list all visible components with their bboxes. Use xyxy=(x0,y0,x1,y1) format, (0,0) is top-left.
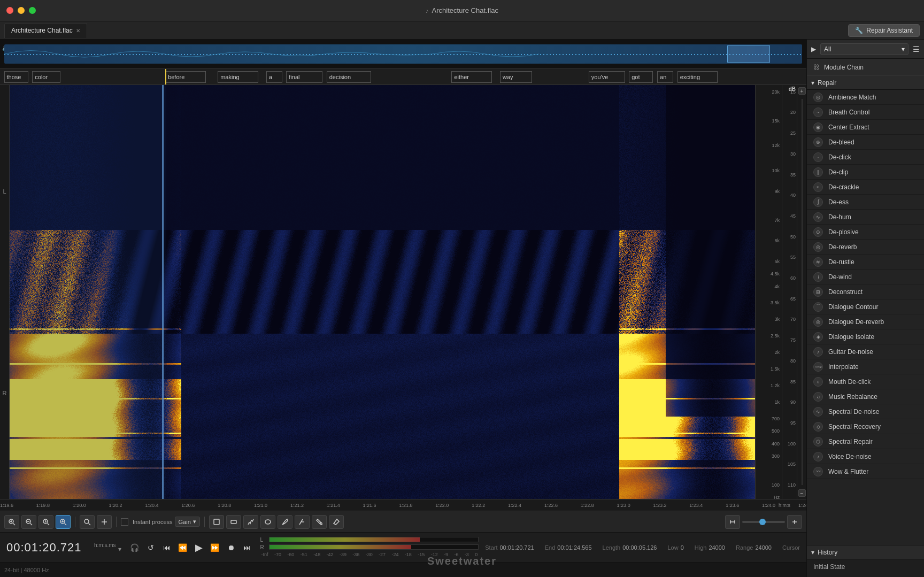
time-tick: 1:23.4 xyxy=(689,503,703,508)
module-item-dialogue-isolate[interactable]: ◈Dialogue Isolate xyxy=(807,329,924,344)
module-item-ambience-match[interactable]: ◎Ambience Match xyxy=(807,90,924,105)
end-label: End xyxy=(545,544,556,551)
audio-editor: 🔊 xyxy=(0,40,806,577)
pan-tool-button[interactable] xyxy=(97,515,112,529)
module-icon: ≈ xyxy=(813,182,823,192)
module-chain-button[interactable]: ⛓ Module Chain xyxy=(807,59,924,76)
hand-tool-button[interactable] xyxy=(80,515,95,529)
freq-range-button[interactable] xyxy=(243,515,258,529)
history-initial-state-item[interactable]: Initial State xyxy=(807,559,924,574)
overview-selection[interactable] xyxy=(727,45,770,63)
spectrogram-main[interactable] xyxy=(10,85,755,499)
gain-dropdown[interactable]: Gain ▾ xyxy=(175,517,200,527)
zoom-minus-button[interactable] xyxy=(21,515,36,529)
module-item-voice-de-noise[interactable]: ♪Voice De-noise xyxy=(807,449,924,464)
zoom-slider[interactable] xyxy=(742,521,785,523)
module-icon: ∿ xyxy=(813,407,823,417)
instant-process-checkbox[interactable] xyxy=(121,518,128,526)
go-end-button[interactable]: ⏭ xyxy=(240,541,254,555)
zoom-slider-thumb[interactable] xyxy=(759,519,766,525)
close-button[interactable] xyxy=(6,7,13,14)
word-final[interactable]: final xyxy=(286,71,322,83)
rewind-button[interactable]: ⏪ xyxy=(176,541,190,555)
waveform-overview-canvas[interactable] xyxy=(4,44,802,64)
word-an[interactable]: an xyxy=(657,71,673,83)
zoom-fit-button[interactable] xyxy=(56,515,71,529)
zoom-in-button[interactable]: + xyxy=(798,87,806,95)
close-tab-icon[interactable]: ✕ xyxy=(76,28,80,34)
module-item-spectral-recovery[interactable]: ◇Spectral Recovery xyxy=(807,419,924,434)
module-item-de-plosive[interactable]: ⊙De-plosive xyxy=(807,225,924,240)
eraser-button[interactable] xyxy=(329,515,344,529)
time-format-arrow[interactable]: ▾ xyxy=(118,545,121,553)
module-item-spectral-repair[interactable]: ⬡Spectral Repair xyxy=(807,434,924,449)
module-item-de-reverb[interactable]: ◎De-reverb xyxy=(807,240,924,255)
zoom-in-h-button[interactable] xyxy=(787,515,802,529)
module-item-interpolate[interactable]: ⟿Interpolate xyxy=(807,359,924,374)
repair-section-header[interactable]: ▾ Repair xyxy=(807,76,924,90)
freq-label: 100 xyxy=(772,482,780,488)
zoom-tool-button[interactable] xyxy=(4,515,19,529)
fast-forward-button[interactable]: ⏩ xyxy=(208,541,222,555)
time-format-selector[interactable]: h:m:s.ms xyxy=(94,542,116,548)
loop-button[interactable]: ↺ xyxy=(144,541,158,555)
record-button[interactable]: ⏺ xyxy=(224,541,238,555)
word-a[interactable]: a xyxy=(266,71,282,83)
rect-select-button[interactable] xyxy=(209,515,224,529)
module-item-center-extract[interactable]: ◉Center Extract xyxy=(807,120,924,135)
module-item-spectral-de-noise[interactable]: ∿Spectral De-noise xyxy=(807,404,924,419)
word-decision[interactable]: decision xyxy=(327,71,371,83)
word-got[interactable]: got xyxy=(629,71,653,83)
maximize-button[interactable] xyxy=(29,7,36,14)
time-tick: 1:21.2 xyxy=(290,503,304,508)
magic-wand-button[interactable] xyxy=(295,515,310,529)
word-making[interactable]: making xyxy=(218,71,258,83)
zoom-out-h-button[interactable] xyxy=(725,515,740,529)
zoom-out-button[interactable]: − xyxy=(798,489,806,497)
spectrogram-container[interactable]: L R 20k15k12k10k9k7k6k5k4.5k4k3.5k3k2.5k… xyxy=(0,85,806,499)
module-item-de-click[interactable]: ·De-click xyxy=(807,150,924,165)
word-either[interactable]: either xyxy=(451,71,491,83)
time-range-button[interactable] xyxy=(226,515,241,529)
module-item-music-rebalance[interactable]: ♫Music Rebalance xyxy=(807,389,924,404)
module-item-de-bleed[interactable]: ⊗De-bleed xyxy=(807,135,924,150)
module-item-dialogue-de-reverb[interactable]: ◎Dialogue De-reverb xyxy=(807,314,924,329)
module-item-wow--flutter[interactable]: 〰Wow & Flutter xyxy=(807,464,924,479)
module-dropdown[interactable]: All ▾ xyxy=(820,43,908,55)
module-item-de-rustle[interactable]: ≋De-rustle xyxy=(807,255,924,270)
module-item-guitar-de-noise[interactable]: ♪Guitar De-noise xyxy=(807,344,924,359)
minimize-button[interactable] xyxy=(18,7,25,14)
word-exciting[interactable]: exciting xyxy=(677,71,718,83)
module-item-deconstruct[interactable]: ⊞Deconstruct xyxy=(807,284,924,299)
module-icon: ⬡ xyxy=(813,437,823,447)
go-start-button[interactable]: ⏮ xyxy=(160,541,174,555)
module-item-breath-control[interactable]: ~Breath Control xyxy=(807,105,924,120)
word-those[interactable]: those xyxy=(4,71,28,83)
spectrogram-canvas[interactable] xyxy=(10,85,755,499)
fill-button[interactable] xyxy=(312,515,327,529)
module-item-de-wind[interactable]: ≀De-wind xyxy=(807,270,924,284)
time-select-button[interactable] xyxy=(38,515,53,529)
word-before[interactable]: before xyxy=(165,71,205,83)
module-item-de-ess[interactable]: ʃDe-ess xyxy=(807,195,924,210)
repair-assistant-button[interactable]: 🔧 Repair Assistant xyxy=(848,24,920,37)
play-button[interactable]: ▶ xyxy=(192,541,206,555)
word-you've[interactable]: you've xyxy=(589,71,625,83)
headphone-button[interactable]: 🎧 xyxy=(128,541,142,555)
module-list-icon[interactable]: ☰ xyxy=(913,45,920,53)
module-item-mouth-de-click[interactable]: ○Mouth De-click xyxy=(807,374,924,389)
module-item-dialogue-contour[interactable]: ⌒Dialogue Contour xyxy=(807,299,924,314)
low-value: 0 xyxy=(681,544,684,551)
word-color[interactable]: color xyxy=(32,71,60,83)
lasso-button[interactable] xyxy=(260,515,275,529)
freq-label: 3.5k xyxy=(771,300,780,305)
tab-architecture-chat[interactable]: Architecture Chat.flac ✕ xyxy=(4,23,87,38)
module-item-de-hum[interactable]: ∿De-hum xyxy=(807,210,924,225)
waveform-overview[interactable]: 🔊 xyxy=(0,40,806,69)
brush-tool-button[interactable] xyxy=(278,515,292,529)
history-header[interactable]: ▾ History xyxy=(807,545,924,559)
module-item-de-clip[interactable]: ‖De-clip xyxy=(807,165,924,180)
module-item-de-crackle[interactable]: ≈De-crackle xyxy=(807,180,924,195)
word-way[interactable]: way xyxy=(500,71,532,83)
db-label: 65 xyxy=(790,296,796,302)
